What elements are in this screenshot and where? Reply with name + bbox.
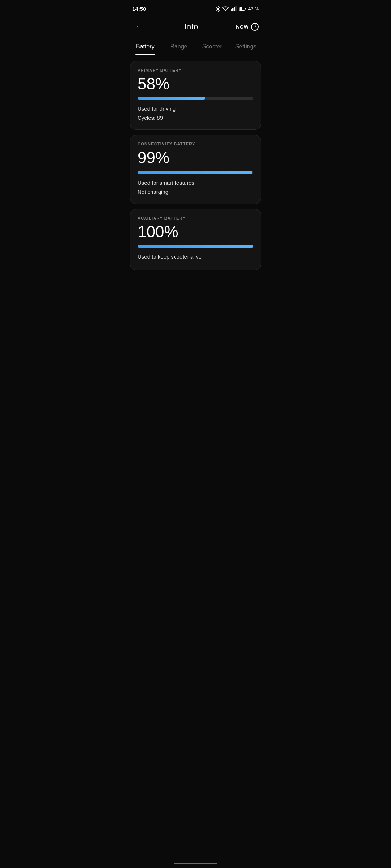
primary-battery-card: PRIMARY BATTERY 58% Used for driving Cyc… <box>130 61 261 130</box>
status-bar: 14:50 <box>125 0 266 16</box>
auxiliary-battery-card: AUXILIARY BATTERY 100% Used to keep scoo… <box>130 209 261 270</box>
primary-battery-percent: 58% <box>138 75 253 93</box>
auxiliary-battery-label: AUXILIARY BATTERY <box>138 216 253 220</box>
page-title: Info <box>185 22 198 31</box>
auxiliary-battery-bar <box>138 245 253 248</box>
svg-rect-4 <box>236 6 237 11</box>
connectivity-battery-card: CONNECTIVITY BATTERY 99% Used for smart … <box>130 135 261 204</box>
status-icons: 43 % <box>215 6 259 12</box>
auxiliary-battery-fill <box>138 245 253 248</box>
connectivity-battery-label: CONNECTIVITY BATTERY <box>138 142 253 146</box>
primary-battery-fill <box>138 97 205 100</box>
svg-rect-3 <box>234 7 235 11</box>
tab-range[interactable]: Range <box>162 40 196 55</box>
svg-rect-1 <box>231 9 232 11</box>
status-time: 14:50 <box>132 6 146 12</box>
primary-battery-bar <box>138 97 253 100</box>
auxiliary-battery-percent: 100% <box>138 223 253 241</box>
connectivity-battery-status: Not charging <box>138 188 253 196</box>
connectivity-battery-percent: 99% <box>138 149 253 166</box>
battery-percent-text: 43 % <box>248 6 259 12</box>
back-button[interactable]: ← <box>132 20 147 34</box>
bluetooth-icon <box>215 6 220 12</box>
header: ← Info NOW <box>125 16 266 40</box>
battery-content: PRIMARY BATTERY 58% Used for driving Cyc… <box>125 55 266 276</box>
tab-battery[interactable]: Battery <box>129 40 162 55</box>
primary-battery-desc: Used for driving <box>138 105 253 112</box>
svg-rect-2 <box>232 8 234 11</box>
svg-rect-7 <box>240 7 242 10</box>
primary-battery-label: PRIMARY BATTERY <box>138 68 253 72</box>
now-button[interactable]: NOW <box>236 23 259 31</box>
connectivity-battery-desc: Used for smart features <box>138 179 253 187</box>
svg-rect-6 <box>245 8 246 10</box>
tab-scooter[interactable]: Scooter <box>196 40 229 55</box>
clock-icon <box>251 23 259 31</box>
tab-bar: Battery Range Scooter Settings <box>125 40 266 55</box>
tab-settings[interactable]: Settings <box>229 40 263 55</box>
wifi-icon <box>222 6 229 11</box>
back-arrow-icon: ← <box>135 22 143 31</box>
now-label: NOW <box>236 24 249 30</box>
signal-icon <box>231 6 237 11</box>
connectivity-battery-bar <box>138 171 253 174</box>
auxiliary-battery-desc: Used to keep scooter alive <box>138 253 253 260</box>
connectivity-battery-fill <box>138 171 252 174</box>
svg-point-0 <box>225 10 226 11</box>
primary-battery-cycles: Cycles: 89 <box>138 114 253 122</box>
device-battery-icon <box>239 7 246 11</box>
